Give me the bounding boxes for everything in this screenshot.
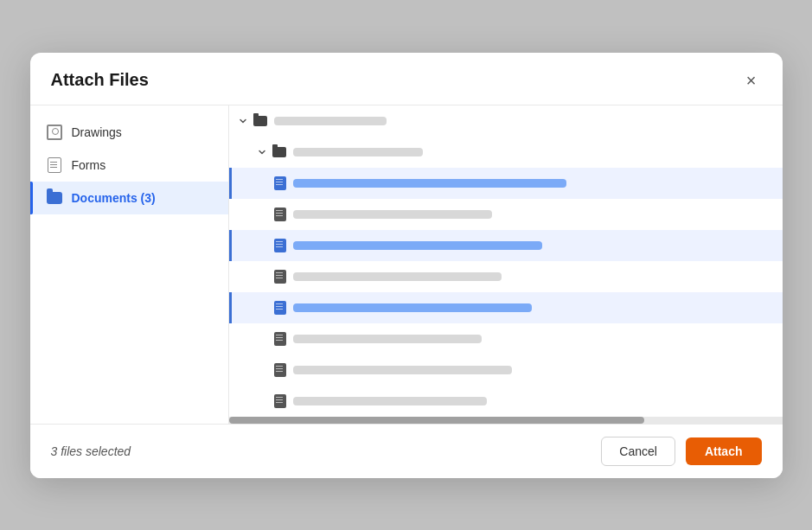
chevron-down-icon[interactable] (236, 114, 250, 128)
cancel-button[interactable]: Cancel (601, 437, 675, 466)
scrollbar-thumb[interactable] (229, 417, 644, 424)
file-icon (274, 208, 286, 221)
file-row[interactable] (229, 230, 783, 261)
dialog-header: Attach Files × (30, 53, 783, 105)
file-icon (274, 301, 286, 315)
file-name-skeleton (293, 303, 532, 312)
dialog-body: Drawings Forms Documents (3) (30, 105, 783, 425)
footer-buttons: Cancel Attach (601, 437, 761, 466)
files-selected-label: 3 files selected (51, 444, 131, 458)
folder-row[interactable] (229, 137, 783, 168)
folder-row[interactable] (229, 105, 783, 137)
folder-name-skeleton (293, 148, 423, 156)
file-icon (274, 239, 286, 252)
file-name-skeleton (293, 335, 483, 343)
file-icon (274, 363, 286, 377)
content-area (229, 105, 783, 424)
file-row[interactable] (229, 199, 783, 230)
file-icon (274, 332, 286, 346)
sidebar-item-documents[interactable]: Documents (3) (30, 182, 228, 214)
attach-button[interactable]: Attach (686, 437, 762, 465)
folder-icon (253, 116, 267, 126)
folder-icon (272, 147, 286, 157)
file-name-skeleton (293, 272, 502, 281)
file-row[interactable] (229, 292, 783, 323)
sidebar-item-label: Documents (3) (72, 191, 156, 205)
dialog-footer: 3 files selected Cancel Attach (30, 425, 783, 478)
attach-files-dialog: Attach Files × Drawings Forms (30, 53, 783, 478)
sidebar-item-drawings[interactable]: Drawings (30, 116, 228, 149)
file-row[interactable] (229, 354, 783, 386)
drawings-icon (46, 124, 63, 141)
file-icon (274, 176, 286, 190)
file-icon (274, 394, 286, 408)
file-name-skeleton (293, 366, 512, 374)
folder-name-skeleton (274, 117, 387, 125)
file-name-skeleton (293, 241, 542, 250)
file-row[interactable] (229, 261, 783, 292)
dialog-title: Attach Files (51, 70, 149, 90)
file-name-skeleton (293, 397, 488, 405)
sidebar-item-label: Drawings (72, 125, 122, 139)
file-name-skeleton (293, 179, 567, 188)
sidebar-item-label: Forms (72, 158, 106, 172)
chevron-down-icon[interactable] (255, 145, 269, 159)
file-row[interactable] (229, 323, 783, 354)
file-row[interactable] (229, 386, 783, 417)
horizontal-scrollbar[interactable] (229, 417, 783, 424)
sidebar-item-forms[interactable]: Forms (30, 149, 228, 182)
forms-icon (46, 156, 63, 174)
file-row[interactable] (229, 168, 783, 199)
folder-icon (46, 189, 63, 207)
file-icon (274, 270, 286, 284)
file-name-skeleton (293, 210, 492, 219)
sidebar: Drawings Forms Documents (3) (30, 105, 229, 424)
close-button[interactable]: × (741, 70, 762, 91)
